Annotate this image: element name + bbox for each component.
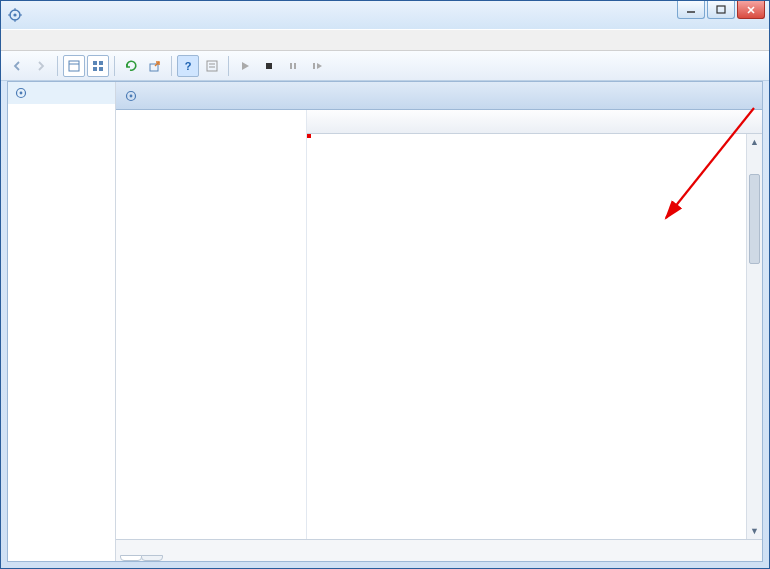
svg-point-26 [20,92,23,95]
svg-point-28 [130,94,133,97]
titlebar[interactable] [1,1,769,29]
start-service-button[interactable] [234,55,256,77]
large-icons-button[interactable] [87,55,109,77]
maximize-button[interactable] [707,1,735,19]
tab-standard[interactable] [141,555,163,561]
pause-service-button[interactable] [282,55,304,77]
minimize-button[interactable] [677,1,705,19]
vertical-scrollbar[interactable]: ▲ ▼ [746,134,762,539]
main-pane: ▲ ▼ [116,82,762,561]
tree-pane[interactable] [8,82,116,561]
svg-rect-24 [313,63,315,69]
properties-button[interactable] [201,55,223,77]
tree-item-services-local[interactable] [8,82,115,104]
stop-service-button[interactable] [258,55,280,77]
svg-rect-22 [290,63,292,69]
scroll-thumb[interactable] [749,174,760,264]
svg-rect-7 [717,6,725,13]
scroll-up-button[interactable]: ▲ [747,134,762,150]
svg-rect-15 [99,67,103,71]
menu-help[interactable] [53,38,69,42]
detail-view-button[interactable] [63,55,85,77]
menu-action[interactable] [21,38,37,42]
close-button[interactable] [737,1,765,19]
svg-rect-13 [99,61,103,65]
service-list-panel: ▲ ▼ [306,110,762,539]
service-detail-panel [116,110,306,539]
toolbar-separator [171,56,172,76]
scroll-down-button[interactable]: ▼ [747,523,762,539]
app-icon [7,7,23,23]
toolbar-separator [57,56,58,76]
annotation-highlight [307,134,311,138]
svg-rect-10 [69,61,79,71]
svg-point-1 [13,13,16,16]
restart-service-button[interactable] [306,55,328,77]
svg-rect-12 [93,61,97,65]
menu-view[interactable] [37,38,53,42]
menubar [1,29,769,51]
client-area: ▲ ▼ [7,81,763,562]
content-header [116,82,762,110]
toolbar-separator [114,56,115,76]
svg-rect-21 [266,63,272,69]
toolbar: ? [1,51,769,81]
menu-file[interactable] [5,38,21,42]
svg-rect-18 [207,61,217,71]
svg-rect-14 [93,67,97,71]
back-button[interactable] [6,55,28,77]
gear-icon [124,89,138,103]
refresh-button[interactable] [120,55,142,77]
forward-button[interactable] [30,55,52,77]
export-button[interactable] [144,55,166,77]
svg-rect-23 [294,63,296,69]
help-button[interactable]: ? [177,55,199,77]
view-tabs [116,539,762,561]
services-window: ? [0,0,770,569]
tab-extended[interactable] [120,555,142,561]
gear-icon [14,86,28,100]
column-headers [307,110,762,134]
toolbar-separator [228,56,229,76]
